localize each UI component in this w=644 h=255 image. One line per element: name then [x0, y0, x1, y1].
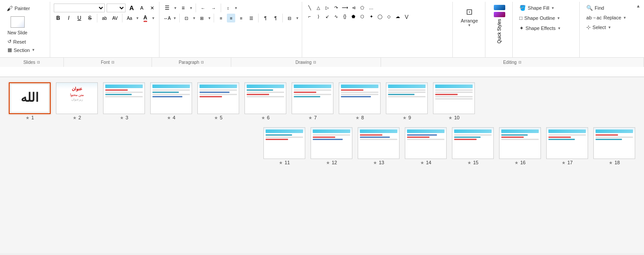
- find-button[interactable]: 🔍 Find: [583, 4, 631, 12]
- list-item[interactable]: عنوان متن محتوا زیرعنوان ★ 2: [56, 82, 98, 120]
- slide-star: ★: [73, 115, 77, 120]
- list-item[interactable]: ★ 13: [358, 127, 400, 165]
- numbering-button[interactable]: ≡: [179, 4, 188, 12]
- slide-number: 1: [31, 115, 34, 120]
- collapse-button[interactable]: ▲: [634, 2, 642, 57]
- shape-fill-button[interactable]: 🪣 Shape Fill ▼: [516, 4, 577, 12]
- select-button[interactable]: ⊹ Select ▼: [583, 23, 631, 32]
- convert-smartart-button[interactable]: ⊞: [198, 14, 206, 22]
- brace-button[interactable]: {}: [341, 12, 349, 20]
- sep5: [179, 14, 180, 22]
- reset-label: Reset: [13, 39, 26, 44]
- circle-button[interactable]: ◯: [376, 12, 384, 20]
- font-color-button[interactable]: A: [141, 14, 150, 22]
- align-text-button[interactable]: ⊡: [182, 14, 191, 22]
- rect-shape-button[interactable]: ▷: [323, 4, 331, 11]
- replace-label: Replace: [603, 15, 621, 20]
- shape-outline-button[interactable]: □ Shape Outline ▼: [516, 14, 577, 22]
- bent-arrow-button[interactable]: ↷: [332, 4, 340, 11]
- list-item[interactable]: ★ 9: [386, 82, 428, 120]
- chevron-button[interactable]: ⟩: [315, 12, 322, 20]
- align-left-button[interactable]: ≡: [217, 14, 225, 22]
- para-expand[interactable]: ⊡: [201, 60, 204, 64]
- bullets-button[interactable]: ☰: [163, 4, 172, 12]
- list-item[interactable]: ★ 10: [433, 82, 475, 120]
- list-item[interactable]: ★ 16: [499, 127, 541, 165]
- shapes-dropdown-button[interactable]: ⋁: [403, 12, 411, 20]
- list-item[interactable]: ★ 6: [244, 82, 286, 120]
- arrow2-button[interactable]: ↙: [323, 12, 331, 20]
- columns-button[interactable]: ⊟: [285, 14, 294, 22]
- wave-button[interactable]: ∿: [332, 12, 340, 20]
- case-button[interactable]: Aa: [125, 14, 134, 22]
- cloud-button[interactable]: ☁: [394, 12, 402, 20]
- font-size-select[interactable]: [107, 4, 126, 12]
- slides-expand[interactable]: ⊡: [37, 60, 40, 64]
- arrow-shape-button[interactable]: △: [315, 4, 322, 11]
- list-item[interactable]: ★ 8: [339, 82, 381, 120]
- outline-icon: □: [519, 15, 522, 21]
- text-direction-button[interactable]: ↔A: [163, 14, 171, 22]
- slide-number: 2: [78, 115, 81, 120]
- diamond-button[interactable]: ◇: [385, 12, 393, 20]
- char-spacing-button[interactable]: AV: [111, 14, 119, 22]
- italic-button[interactable]: I: [64, 14, 73, 22]
- replace-button[interactable]: ab→ac Replace ▼: [583, 14, 631, 22]
- sep8: [282, 14, 283, 22]
- curved-arrow-button[interactable]: ⟶: [341, 4, 349, 11]
- list-item[interactable]: ★ 15: [452, 127, 494, 165]
- list-item[interactable]: ★ 17: [546, 127, 588, 165]
- callout-button[interactable]: ⊲: [350, 4, 358, 11]
- list-item[interactable]: ★ 18: [593, 127, 635, 165]
- list-item[interactable]: ★ 14: [405, 127, 447, 165]
- clear-format-button[interactable]: ✕: [148, 4, 156, 12]
- justify-button[interactable]: ☰: [247, 14, 255, 22]
- list-item[interactable]: ★ 5: [197, 82, 239, 120]
- para-label-cell: Paragraph ⊡: [152, 58, 231, 67]
- list-item[interactable]: ★ 11: [263, 127, 305, 165]
- slide-star: ★: [326, 160, 330, 165]
- underline-button[interactable]: U: [75, 14, 84, 22]
- slide-number-row: ★ 4: [167, 115, 175, 120]
- align-center-button[interactable]: ≡: [227, 14, 235, 22]
- section-button[interactable]: ▦ Section ▼: [4, 46, 38, 54]
- line-spacing-button[interactable]: ↕: [224, 4, 233, 12]
- list-item[interactable]: ★ 4: [150, 82, 192, 120]
- reset-button[interactable]: ↺ Reset: [4, 37, 29, 46]
- line-shape-button[interactable]: ╲: [306, 4, 314, 11]
- increase-font-button[interactable]: A: [127, 4, 136, 12]
- list-item[interactable]: ★ 3: [103, 82, 145, 120]
- hexagon-button[interactable]: ⬡: [359, 12, 366, 20]
- pentagon2-button[interactable]: ⬟: [350, 12, 358, 20]
- list-item[interactable]: ★ 7: [292, 82, 333, 120]
- strikethrough-button[interactable]: S: [85, 14, 94, 22]
- slide-star: ★: [373, 160, 377, 165]
- new-slide-button[interactable]: New Slide: [4, 15, 30, 37]
- quick-styles-button[interactable]: Quick Styles: [492, 4, 507, 45]
- decrease-font-button[interactable]: A: [137, 4, 146, 12]
- slide-number: 14: [426, 160, 431, 165]
- increase-indent-button[interactable]: →: [209, 4, 218, 12]
- bold-button[interactable]: B: [54, 14, 63, 22]
- arrange-button[interactable]: ⊡ Arrange ▼: [457, 4, 482, 30]
- ltr-button[interactable]: ¶: [271, 14, 280, 22]
- list-item[interactable]: ★ 12: [311, 127, 352, 165]
- drawing-expand[interactable]: ⊡: [313, 60, 316, 64]
- pentagon-button[interactable]: ⬠: [359, 4, 366, 11]
- rtl-button[interactable]: ¶: [261, 14, 270, 22]
- painter-button[interactable]: 🖌 Painter: [4, 4, 32, 13]
- font-shadow-button[interactable]: ab: [100, 14, 109, 22]
- slide-number: 3: [126, 115, 128, 120]
- star-button[interactable]: ✦: [367, 12, 375, 20]
- font-name-select[interactable]: [54, 4, 105, 12]
- align-right-button[interactable]: ≡: [237, 14, 245, 22]
- shape-effects-button[interactable]: ✦ Shape Effects ▼: [516, 24, 577, 33]
- decrease-indent-button[interactable]: ←: [199, 4, 207, 12]
- slide-number-row: ★ 8: [355, 115, 364, 120]
- font-expand[interactable]: ⊡: [111, 60, 115, 64]
- shape-more-button[interactable]: …: [367, 4, 375, 11]
- list-item[interactable]: الله ★ 1: [9, 82, 51, 120]
- bracket-shape-button[interactable]: ⌐: [306, 12, 314, 20]
- editing-expand[interactable]: ⊡: [518, 60, 522, 64]
- drawing-group-label: Drawing: [296, 60, 312, 65]
